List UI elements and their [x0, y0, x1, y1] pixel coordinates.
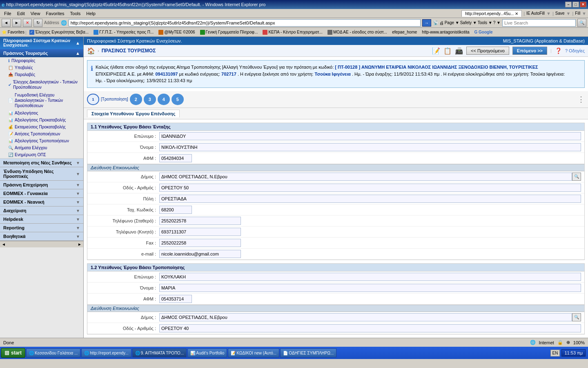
- input-email-1[interactable]: [159, 250, 241, 258]
- sidebar-section-endusi[interactable]: Ένδυση-Υπόδηση Νέες Προοπτικές ▼: [0, 167, 83, 181]
- taskbar-item-5[interactable]: 📝 ΚΩΔΙΚΟΙ new (Αυτό...: [228, 348, 279, 357]
- taskbar-item-4[interactable]: 📊 Audit's Portfolio: [187, 348, 227, 357]
- sidebar-item-ektamieuseis[interactable]: 💰 Εκταμιεύσεις Προκαταβολής: [0, 123, 83, 130]
- fill-btn[interactable]: Fill: [575, 11, 580, 16]
- address-input[interactable]: [69, 19, 421, 27]
- bookmark-5[interactable]: ΚΕΠΑ - Κέντρο Επιχειρηματ...: [261, 29, 324, 36]
- safety-menu[interactable]: Safety ▼: [460, 20, 477, 25]
- menu-view[interactable]: View: [28, 10, 43, 17]
- input-tk-1[interactable]: [159, 206, 192, 214]
- input-odos-1[interactable]: [159, 184, 581, 192]
- sidebar-item-aitimata-eleghou[interactable]: 🔍 Αιτήματα Ελέγχου: [0, 144, 83, 151]
- step-tab-5[interactable]: 5: [172, 94, 184, 105]
- search-dimos-1-button[interactable]: 🔍: [572, 173, 581, 181]
- step-tab-4[interactable]: 4: [158, 94, 170, 105]
- input-poli-1[interactable]: [159, 195, 581, 203]
- prev-button[interactable]: << Προηγούμενο: [466, 47, 509, 55]
- sidebar-item-eleghos[interactable]: ✔ Έλεγχος Δικαιολογητικών - Τυπικών Προϋ…: [0, 78, 83, 91]
- sidebar-scroll-right[interactable]: ►: [78, 242, 82, 247]
- sidebar-section-diaheirisi[interactable]: Διαχείριση ▼: [0, 206, 83, 215]
- sidebar-section-eommex-gyn[interactable]: ΕΟΜΜΕΧ - Γυναικεία ▼: [0, 189, 83, 198]
- sidebar-item-ypovolies[interactable]: 📋 Υποβολές: [0, 64, 83, 71]
- input-tel-fixed-1[interactable]: [159, 217, 241, 225]
- input-last-name-1[interactable]: [159, 132, 581, 140]
- sidebar-collapse-icon[interactable]: ▲: [76, 40, 80, 45]
- sidebar-item-plirofories[interactable]: ℹ Πληροφορίες: [0, 57, 83, 64]
- save-btn[interactable]: Save: [555, 11, 565, 16]
- page-menu[interactable]: Page ▼: [445, 20, 459, 25]
- sidebar-item-axiologiseis-pro[interactable]: 📊 Αξιολογήσεις Προκαταβολής: [0, 117, 83, 123]
- menu-edit[interactable]: Edit: [15, 10, 27, 17]
- sidebar-section-eommex-nean[interactable]: ΕΟΜΜΕΧ - Νεανική ▼: [0, 198, 83, 206]
- bookmark-7[interactable]: efepae_home: [390, 29, 419, 35]
- step-tab-1[interactable]: 1: [87, 94, 99, 105]
- live-search-input[interactable]: [502, 19, 576, 27]
- tab-close[interactable]: http://report.ependy...45u... ✕: [461, 10, 522, 17]
- sidebar-section-reporting[interactable]: Reporting ▼: [0, 224, 83, 232]
- tab-label[interactable]: Στοιχεία Υπευθύνου Έργου Επένδυσης: [87, 110, 180, 117]
- input-afm-2[interactable]: [159, 295, 192, 303]
- edit-icon[interactable]: 📝: [432, 47, 440, 55]
- input-fax-1[interactable]: [159, 239, 241, 247]
- input-tel-mobile-1[interactable]: [159, 228, 241, 236]
- bookmark-3[interactable]: @MyΤΕΕ ©2006: [156, 29, 197, 36]
- bookmark-1[interactable]: ✓Έλεγχος Εγκυρότητας Βεβα...: [27, 29, 91, 36]
- sidebar-item-enimerwsi-ops[interactable]: 🔄 Ενημέρωση ΟΠΣ: [0, 151, 83, 158]
- search-dimos-2-button[interactable]: 🔍: [572, 313, 581, 321]
- menu-favorites[interactable]: Favorites: [43, 10, 67, 17]
- next-button[interactable]: Επόμενο >>: [512, 47, 547, 55]
- menu-help[interactable]: Help: [84, 10, 98, 17]
- bookmark-8[interactable]: http-www.antagonistikotita: [420, 29, 471, 35]
- step-tab-2[interactable]: 2: [130, 94, 142, 105]
- info-icon: ℹ: [8, 58, 10, 63]
- lang-indicator[interactable]: EN: [550, 350, 560, 357]
- close-button[interactable]: ✕: [580, 2, 586, 7]
- minimize-button[interactable]: –: [565, 2, 572, 7]
- sidebar-section-voithitika[interactable]: Βοηθητικά ▼: [0, 232, 83, 241]
- input-dimos-1[interactable]: [159, 173, 572, 181]
- help-menu[interactable]: ? ▼: [493, 20, 501, 25]
- go-button[interactable]: →: [422, 19, 431, 27]
- sidebar-section-helpdesk[interactable]: Helpdesk ▼: [0, 215, 83, 224]
- maximize-button[interactable]: □: [572, 2, 579, 7]
- bookmark-4[interactable]: Γενική Γραμματεία Πληροφ...: [198, 29, 260, 36]
- taskbar-item-3[interactable]: 🌐 9. ΑΙΤΗΜΑΤΑ ΤΡΟΠΟ...: [132, 348, 187, 357]
- input-odos-2[interactable]: [159, 324, 581, 332]
- ie-autofill[interactable]: IE AutoFill: [526, 11, 545, 16]
- taskbar-item-6[interactable]: 📄 ΟΔΗΓΙΕΣ ΣΥΜΠΛΗΡΩ...: [280, 348, 336, 357]
- stop-button[interactable]: ✕: [23, 19, 32, 27]
- sidebar-item-paralaves[interactable]: 📥 Παραλαβές: [0, 71, 83, 78]
- sidebar-section-metapoiisi[interactable]: Μεταποίηση στις Νέες Συνθήκες ▼: [0, 159, 83, 167]
- sidebar-scroll-left[interactable]: ◄: [2, 242, 6, 247]
- favorites-btn[interactable]: ⭐ Favorites: [2, 30, 24, 34]
- input-afm-1[interactable]: [159, 154, 192, 162]
- sidebar-section-prasini[interactable]: Πράσινη Επιχείρηση ▼: [0, 181, 83, 189]
- options-icon[interactable]: ⋮: [577, 95, 585, 104]
- search-go-button[interactable]: 🔍: [577, 19, 586, 27]
- bookmark-2[interactable]: Γ.Γ.Π.Σ. - Υπηρεσίες προς Π...: [91, 29, 156, 36]
- bookmark-9[interactable]: G Google: [472, 29, 495, 35]
- back-button[interactable]: ◄: [2, 19, 11, 27]
- input-first-name-1[interactable]: [159, 143, 581, 151]
- taskbar-item-1[interactable]: 🌐 Κεσσανίδου Γαλάτεια ...: [26, 348, 80, 357]
- sidebar-item-gnomodoniki[interactable]: 📄 Γνωμοδοτική Ελέγχου Δικαιολογητικών - …: [0, 91, 83, 110]
- sidebar-item-axiologiseis-tropo[interactable]: 📊 Αξιολογήσεις Τροποποιήσεων: [0, 137, 83, 144]
- input-first-name-2[interactable]: [159, 284, 581, 292]
- start-button[interactable]: ⊞ start: [1, 348, 25, 358]
- menu-file[interactable]: File: [2, 10, 14, 17]
- forward-button[interactable]: ►: [12, 19, 21, 27]
- refresh-button[interactable]: ↻: [33, 19, 42, 27]
- bookmark-6[interactable]: MOΔ ΑΕ - είσοδος στο σύστ...: [325, 29, 389, 36]
- taskbar-item-2[interactable]: 🌐 http://report.ependy...: [81, 348, 131, 357]
- input-dimos-2[interactable]: [159, 313, 572, 321]
- tools-menu[interactable]: Tools ▼: [478, 20, 492, 25]
- menu-tools[interactable]: Tools: [68, 10, 83, 17]
- sidebar-section-prasinos-header[interactable]: Πράσινος Τουρισμός ▲: [0, 49, 83, 57]
- copy-icon[interactable]: 📋: [443, 47, 452, 55]
- sidebar-item-axiologiseis[interactable]: 📊 Αξιολογήσεις: [0, 110, 83, 117]
- input-last-name-2[interactable]: [159, 273, 581, 281]
- help-button[interactable]: ? Οδηγίες: [565, 48, 585, 53]
- fax-icon[interactable]: 📠: [455, 47, 463, 55]
- sidebar-item-aitiseis-tropo[interactable]: 📝 Αιτήσεις Τροποποιήσεων: [0, 130, 83, 137]
- step-tab-3[interactable]: 3: [144, 94, 156, 105]
